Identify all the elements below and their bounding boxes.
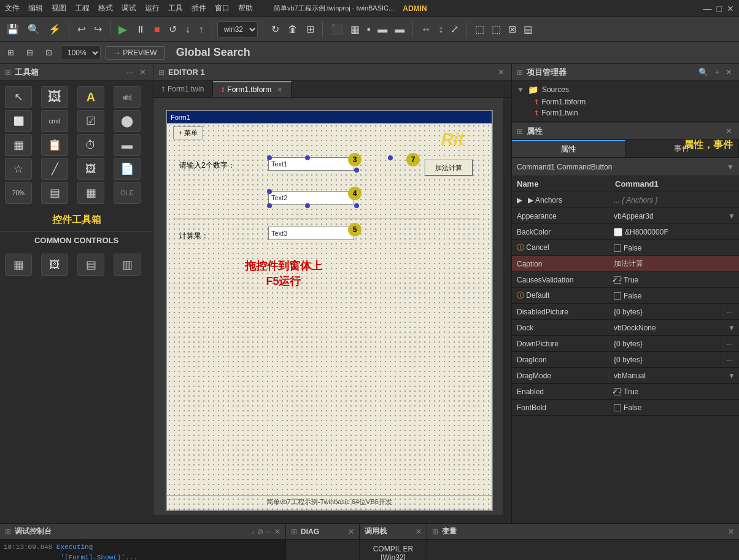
form-menu-button[interactable]: + 菜单 (173, 126, 203, 139)
layout-v-button[interactable]: ⬚ (489, 21, 504, 37)
align-left-button[interactable]: ⬛ (328, 21, 346, 37)
disabledpicture-ellipsis-button[interactable]: ··· (723, 307, 735, 317)
tab-events[interactable]: 事件 (625, 140, 739, 157)
tool-extra-2[interactable]: 🖼 (41, 254, 68, 276)
pm-close-button[interactable]: ✕ (724, 67, 734, 77)
save-button[interactable]: 💾 (4, 21, 22, 37)
tab-close-button[interactable]: ✕ (277, 86, 282, 94)
menu-tools[interactable]: 工具 (168, 3, 183, 14)
pm-add-button[interactable]: + (713, 67, 721, 77)
form-textbox2[interactable]: Text2 (268, 191, 354, 204)
platform-select[interactable]: win32 win64 (217, 21, 258, 37)
grid-button[interactable]: ⊞ (303, 21, 317, 37)
tool-shape[interactable]: ☆ (5, 158, 32, 180)
tool-label[interactable]: A (77, 86, 104, 108)
tool-image2[interactable]: 🖼 (77, 158, 104, 180)
menu-plugins[interactable]: 插件 (192, 3, 206, 14)
tool-ole[interactable]: OLE (114, 182, 141, 204)
flash-button[interactable]: ⚡ (45, 21, 64, 37)
tab-form1-twin[interactable]: t Form1.twin (153, 82, 213, 96)
size-w-button[interactable]: ↔ (418, 21, 434, 37)
tool-scrollbar[interactable]: ▬ (114, 134, 141, 156)
align-bottom-button[interactable]: ▬ (392, 21, 408, 37)
anchors-expand-icon[interactable]: ▶ (517, 196, 522, 204)
toolbox-scroll[interactable]: ↖ 🖼 A ab| ⬜ cmd ☑ ⬤ ▦ 📋 ⏱ ▬ ☆ ╱ 🖼 📄 (0, 81, 153, 523)
menu-format[interactable]: 格式 (98, 3, 113, 14)
menu-window[interactable]: 窗口 (215, 3, 230, 14)
menu-edit[interactable]: 编辑 (28, 3, 43, 14)
diag-close-button[interactable]: ✕ (348, 527, 354, 536)
redo-button[interactable]: ↪ (91, 21, 105, 37)
tool-timer[interactable]: ⏱ (77, 134, 104, 156)
tool-grid2[interactable]: ▦ (77, 182, 104, 204)
cancel-checkbox[interactable] (614, 244, 621, 252)
tool-extra-4[interactable]: ▥ (114, 254, 141, 276)
refresh-button[interactable]: ↻ (268, 21, 282, 37)
tool-progressbar[interactable]: 70% (5, 182, 32, 204)
layout-order-button[interactable]: ▤ (520, 21, 536, 37)
tool-commandbutton[interactable]: cmd (41, 110, 68, 132)
tab-form1-tbform[interactable]: t Form1.tbform ✕ (213, 81, 292, 97)
icon-set-2[interactable]: ⊟ (23, 47, 37, 58)
downpicture-ellipsis-button[interactable]: ··· (723, 339, 735, 349)
align-top-button[interactable]: ▬ (374, 21, 390, 37)
selector-arrow[interactable]: ▼ (727, 163, 734, 171)
tool-drive[interactable]: 📄 (114, 158, 141, 180)
editor-content[interactable]: Form1 + 菜单 Rit 请输入2个数字： Text1 (153, 98, 511, 523)
menu-run[interactable]: 运行 (145, 3, 160, 14)
tool-pointer[interactable]: ↖ (5, 86, 32, 108)
size-h-button[interactable]: ↕ (435, 21, 446, 37)
project-file-twin[interactable]: t Form1.twin (517, 108, 734, 117)
enabled-checkbox[interactable]: ✓ (614, 388, 621, 395)
run-button[interactable]: ▶ (115, 21, 130, 38)
sources-collapse-icon[interactable]: ▼ (517, 85, 524, 94)
tool-image[interactable]: 🖼 (41, 86, 68, 108)
tool-line[interactable]: ╱ (41, 158, 68, 180)
menu-project[interactable]: 工程 (75, 3, 90, 14)
form-canvas[interactable]: Form1 + 菜单 Rit 请输入2个数字： Text1 (166, 110, 493, 511)
zoom-select[interactable]: 100% 75% 150% (61, 45, 101, 60)
form-calc-button[interactable]: 加法计算 (424, 159, 473, 176)
appearance-dropdown-icon[interactable]: ▼ (728, 212, 735, 220)
menu-help[interactable]: 帮助 (238, 3, 253, 14)
align-center-button[interactable]: ▦ (347, 21, 363, 37)
maximize-button[interactable]: □ (717, 4, 722, 14)
dragicon-ellipsis-button[interactable]: ··· (723, 355, 735, 365)
editor-scrollbar-h[interactable] (153, 515, 503, 523)
icon-set-1[interactable]: ⊞ (4, 47, 18, 58)
debug-options-button[interactable]: ⊘ (257, 527, 263, 536)
tool-checkbox[interactable]: ☑ (77, 110, 104, 132)
tool-slider[interactable]: ▤ (41, 182, 68, 204)
minimize-button[interactable]: — (703, 4, 712, 14)
fontbold-checkbox[interactable] (614, 404, 621, 411)
form-textbox3[interactable]: Text3 (268, 227, 354, 240)
default-checkbox[interactable] (614, 292, 621, 300)
layout-h-button[interactable]: ⬚ (472, 21, 487, 37)
pm-search-button[interactable]: 🔍 (697, 67, 710, 77)
menu-file[interactable]: 文件 (5, 3, 20, 14)
tool-extra-3[interactable]: ▤ (77, 254, 104, 276)
size-both-button[interactable]: ⤢ (447, 21, 462, 37)
debug-close-button[interactable]: ✕ (274, 527, 281, 536)
editor-close-button[interactable]: ✕ (496, 67, 506, 77)
menu-debug[interactable]: 调试 (122, 3, 136, 14)
align-right-button[interactable]: ▪ (364, 21, 374, 37)
tool-textbox[interactable]: ab| (114, 86, 141, 108)
step-over-button[interactable]: ↑ (196, 22, 207, 37)
var-close-button[interactable]: ✕ (728, 527, 734, 536)
form-body[interactable]: + 菜单 Rit 请输入2个数字： Text1 (167, 123, 492, 510)
dock-dropdown-icon[interactable]: ▼ (728, 324, 735, 332)
causesvalidation-checkbox[interactable]: ✓ (614, 276, 621, 284)
layout-center-button[interactable]: ⊠ (505, 21, 519, 37)
debug-more-button[interactable]: ··· (266, 527, 272, 536)
stop-button[interactable]: ■ (151, 22, 163, 37)
toolbox-options-button[interactable]: ··· (125, 67, 135, 77)
tool-extra-1[interactable]: ▦ (5, 254, 32, 276)
icon-set-3[interactable]: ⊡ (42, 47, 56, 58)
dragmode-dropdown-icon[interactable]: ▼ (728, 371, 735, 380)
preview-button[interactable]: → PREVIEW (106, 46, 165, 60)
delete-button[interactable]: 🗑 (285, 22, 301, 37)
tool-frame[interactable]: ⬜ (5, 110, 32, 132)
call-close-button[interactable]: ✕ (416, 527, 422, 536)
search-button[interactable]: 🔍 (25, 21, 43, 37)
